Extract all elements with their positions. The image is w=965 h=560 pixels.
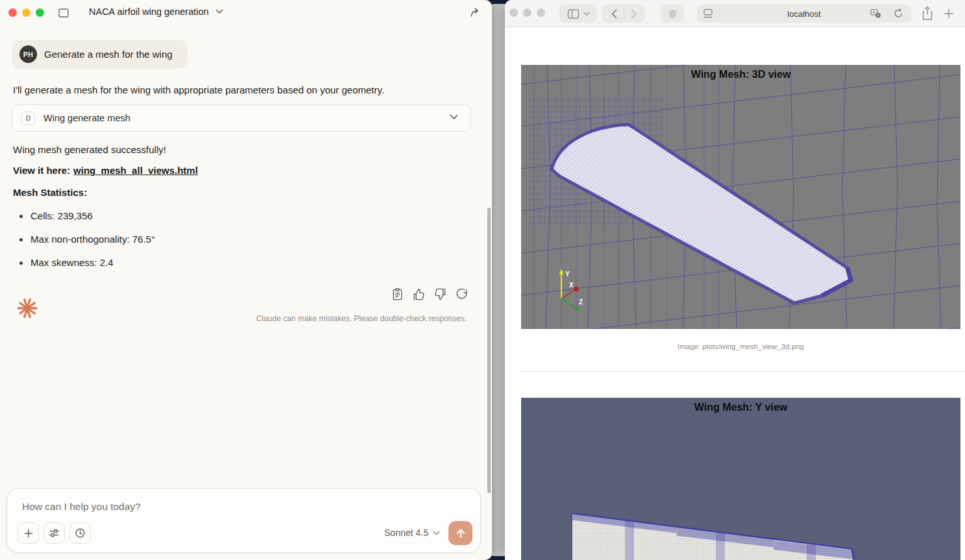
back-icon[interactable] bbox=[611, 9, 618, 19]
shield-icon[interactable] bbox=[668, 8, 678, 19]
assistant-intro-text: I'll generate a mesh for the wing with a… bbox=[13, 83, 467, 97]
forward-icon[interactable] bbox=[630, 9, 637, 19]
mesh-y-image bbox=[521, 398, 960, 560]
attach-button[interactable] bbox=[18, 522, 39, 544]
minimize-button[interactable] bbox=[523, 8, 531, 17]
nav-divider bbox=[624, 8, 624, 19]
zoom-button[interactable] bbox=[36, 8, 44, 17]
chevron-down-icon[interactable] bbox=[583, 12, 590, 16]
user-message-text: Generate a mesh for the wing bbox=[44, 47, 173, 62]
view-label: View it here: bbox=[13, 165, 70, 176]
response-actions bbox=[391, 287, 469, 301]
minimize-button[interactable] bbox=[22, 8, 31, 17]
safari-window: localhost A bbox=[505, 0, 965, 560]
user-avatar: PH bbox=[19, 45, 37, 63]
tools-button[interactable] bbox=[43, 522, 65, 544]
translate-icon[interactable]: A bbox=[870, 8, 881, 19]
model-selector[interactable]: Sonnet 4.5 bbox=[384, 528, 440, 538]
address-bar[interactable]: localhost A bbox=[697, 5, 911, 23]
claude-logo-icon bbox=[17, 298, 38, 319]
mesh-3d-image: Y X Z bbox=[521, 65, 960, 329]
axis-label-y: Y bbox=[565, 271, 570, 278]
stat-non-orthogonality: Max non-orthogonality: 76.5° bbox=[13, 228, 155, 251]
send-button[interactable] bbox=[448, 521, 472, 545]
tool-name: Wing generate mesh bbox=[43, 113, 130, 123]
traffic-lights bbox=[8, 8, 44, 17]
thumbs-down-icon[interactable] bbox=[434, 287, 447, 301]
svg-text:A: A bbox=[873, 10, 876, 14]
nav-group bbox=[602, 5, 645, 23]
retry-icon[interactable] bbox=[455, 287, 469, 301]
reload-icon[interactable] bbox=[894, 8, 903, 19]
thumbs-up-icon[interactable] bbox=[412, 287, 426, 301]
privacy-group bbox=[661, 5, 684, 23]
chevron-down-icon bbox=[450, 114, 458, 120]
arrow-up-icon bbox=[455, 528, 467, 539]
stat-skewness: Max skewness: 2.4 bbox=[13, 251, 155, 274]
page-format-icon[interactable] bbox=[703, 8, 713, 19]
model-name: Sonnet 4.5 bbox=[384, 528, 428, 538]
conversation-title-dropdown[interactable]: NACA airfoil wing generation bbox=[89, 6, 223, 17]
claude-titlebar: NACA airfoil wing generation bbox=[0, 0, 492, 26]
composer-card: How can I help you today? bbox=[6, 488, 481, 553]
result-success-text: Wing mesh generated successfully! bbox=[13, 143, 166, 157]
tool-badge: D bbox=[21, 112, 35, 125]
axis-label-z: Z bbox=[579, 298, 583, 306]
history-button[interactable] bbox=[69, 522, 91, 544]
chevron-down-icon bbox=[215, 9, 223, 14]
chat-scrollbar[interactable] bbox=[487, 208, 491, 493]
share-icon[interactable] bbox=[921, 6, 934, 21]
mesh-y-title: Wing Mesh: Y view bbox=[521, 402, 960, 413]
sidebar-group bbox=[559, 5, 597, 23]
conversation-title: NACA airfoil wing generation bbox=[89, 6, 209, 17]
plus-icon bbox=[23, 528, 34, 539]
url-text: localhost bbox=[787, 9, 820, 19]
sidebar-toggle-icon[interactable] bbox=[58, 7, 69, 19]
tool-call-card[interactable]: D Wing generate mesh bbox=[12, 104, 471, 132]
sidebar-icon[interactable] bbox=[567, 8, 580, 19]
chevron-down-icon bbox=[433, 531, 440, 535]
copy-icon[interactable] bbox=[391, 287, 404, 301]
new-tab-icon[interactable] bbox=[944, 8, 954, 19]
web-page: Y X Z Wing Mesh: 3D view Image: plots/wi… bbox=[505, 27, 965, 560]
disclaimer-text: Claude can make mistakes. Please double-… bbox=[256, 314, 467, 323]
user-message-bubble: PH Generate a mesh for the wing bbox=[12, 40, 188, 69]
mesh-html-link[interactable]: wing_mesh_all_views.html bbox=[73, 165, 198, 176]
mesh-y-figure: Wing Mesh: Y view bbox=[521, 398, 960, 560]
stats-list: Cells: 239,356 Max non-orthogonality: 76… bbox=[13, 204, 155, 274]
composer-input[interactable]: How can I help you today? bbox=[22, 501, 141, 513]
desktop: NACA airfoil wing generation PH Generate… bbox=[0, 0, 965, 560]
result-view-line: View it here:wing_mesh_all_views.html bbox=[13, 165, 198, 176]
stats-heading: Mesh Statistics: bbox=[13, 187, 87, 198]
close-button[interactable] bbox=[509, 8, 518, 17]
claude-window: NACA airfoil wing generation PH Generate… bbox=[0, 0, 492, 560]
stat-cells: Cells: 239,356 bbox=[13, 204, 155, 228]
zoom-button[interactable] bbox=[537, 8, 545, 17]
mesh-3d-title: Wing Mesh: 3D view bbox=[521, 69, 960, 80]
clock-icon bbox=[75, 528, 86, 539]
safari-toolbar: localhost A bbox=[505, 0, 965, 27]
sliders-icon bbox=[49, 528, 60, 539]
axis-label-x: X bbox=[569, 282, 574, 289]
mesh-3d-figure: Y X Z Wing Mesh: 3D view bbox=[521, 65, 960, 329]
content-divider bbox=[520, 371, 965, 372]
share-conversation-icon[interactable] bbox=[469, 6, 482, 19]
mesh-3d-caption: Image: plots/wing_mesh_view_3d.png bbox=[521, 343, 960, 350]
close-button[interactable] bbox=[8, 8, 17, 17]
traffic-lights-inactive bbox=[509, 8, 545, 17]
